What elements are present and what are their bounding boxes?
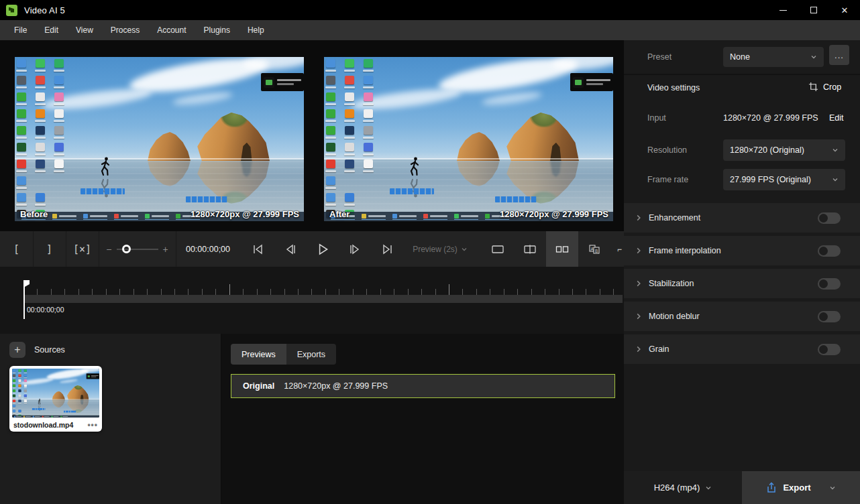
ruler-tick <box>366 289 367 295</box>
toggle-motion-deblur[interactable] <box>818 311 841 322</box>
trim-clear-button[interactable]: [×] <box>66 231 99 267</box>
minimize-button[interactable] <box>767 0 798 20</box>
menu-file[interactable]: File <box>5 20 36 40</box>
desktop-icon <box>17 176 26 185</box>
desktop-icon <box>24 399 27 402</box>
desktop-icon <box>364 59 373 68</box>
section-label: Grain <box>649 344 669 354</box>
trim-in-button[interactable]: [ <box>0 231 33 267</box>
fullscreen-button-partial[interactable]: ⌐ <box>617 245 624 254</box>
skip-start-button[interactable] <box>242 231 274 267</box>
format-dropdown[interactable]: H264 (mp4) <box>624 471 742 504</box>
previews-panel: PreviewsExports Original 1280×720px @ 27… <box>221 334 624 504</box>
ruler-tick <box>188 289 189 295</box>
rock-large <box>505 113 579 161</box>
toggle-enhancement[interactable] <box>818 212 841 224</box>
menu-plugins[interactable]: Plugins <box>195 20 239 40</box>
notification-popup <box>87 373 99 379</box>
ruler-tick <box>298 289 299 295</box>
preset-dropdown[interactable]: None <box>723 47 824 67</box>
desktop-icon <box>54 143 64 151</box>
frame-rate-dropdown[interactable]: 27.999 FPS (Original) <box>723 169 845 190</box>
desktop-icon <box>345 59 354 68</box>
input-label: Input <box>647 113 666 123</box>
source-card[interactable]: stodownload.mp4 ••• <box>9 366 102 432</box>
view-split-button[interactable] <box>514 231 546 267</box>
section-enhancement[interactable]: Enhancement <box>624 203 860 233</box>
resolution-dropdown[interactable]: 1280×720 (Original) <box>723 139 845 161</box>
ruler-tick <box>257 289 258 295</box>
tab-exports[interactable]: Exports <box>286 344 336 365</box>
timeline-ruler <box>23 286 624 295</box>
toggle-frame-interpolation[interactable] <box>818 245 841 257</box>
trim-out-button[interactable]: ] <box>33 231 66 267</box>
zoom-slider[interactable] <box>117 249 158 250</box>
video-frame <box>15 57 304 221</box>
zoom-in-icon[interactable]: + <box>163 244 168 255</box>
before-label: Before <box>20 209 48 219</box>
add-source-button[interactable]: + <box>9 342 25 358</box>
export-button[interactable]: Export <box>742 471 860 504</box>
input-value: 1280×720 @ 27.999 FPS <box>723 113 818 123</box>
window-title: Video AI 5 <box>24 5 65 15</box>
menu-help[interactable]: Help <box>239 20 273 40</box>
section-grain[interactable]: Grain <box>624 334 860 364</box>
skip-end-button[interactable] <box>371 231 403 267</box>
timeline-track[interactable] <box>23 295 623 303</box>
desktop-icon <box>24 389 27 392</box>
desktop-icon <box>13 385 15 387</box>
ruler-tick <box>311 289 312 295</box>
resolution-label: Resolution <box>647 145 687 155</box>
zoom-slider-knob[interactable] <box>122 245 131 253</box>
source-menu-button[interactable]: ••• <box>87 420 98 430</box>
desktop-icon <box>13 399 15 402</box>
settings-panel: Preset None ... Video settings Crop Inpu… <box>624 40 860 504</box>
edit-input-button[interactable]: Edit <box>829 113 844 123</box>
menu-edit[interactable]: Edit <box>36 20 67 40</box>
video-preview-before[interactable]: Before 1280×720px @ 27.999 FPS <box>15 57 304 221</box>
desktop-icon <box>24 374 27 377</box>
preset-menu-button[interactable]: ... <box>829 45 849 65</box>
step-back-button[interactable] <box>274 231 307 267</box>
zoom-out-icon[interactable]: − <box>106 244 111 255</box>
export-bar: H264 (mp4) Export <box>624 471 860 504</box>
section-label: Frame interpolation <box>649 246 721 255</box>
desktop-icon <box>18 374 21 377</box>
play-button[interactable] <box>307 231 339 267</box>
section-motion-deblur[interactable]: Motion deblur <box>624 302 860 331</box>
tab-previews[interactable]: Previews <box>231 344 286 365</box>
ruler-tick <box>435 289 436 295</box>
view-side-by-side-button[interactable] <box>546 231 578 267</box>
preview-duration-dropdown[interactable]: Preview (2s) <box>403 231 477 267</box>
desktop-icon <box>13 405 15 407</box>
close-button[interactable]: ✕ <box>829 0 860 20</box>
ruler-tick <box>325 289 326 295</box>
maximize-button[interactable] <box>798 0 829 20</box>
ruler-tick <box>421 289 422 295</box>
desktop-icon <box>17 193 26 202</box>
source-thumbnail[interactable] <box>12 369 99 418</box>
ruler-tick <box>339 289 339 295</box>
desktop-icon <box>345 126 354 135</box>
menu-process[interactable]: Process <box>102 20 148 40</box>
app-logo-icon <box>6 5 17 16</box>
preview-row-original[interactable]: Original 1280×720px @ 27.999 FPS <box>231 374 615 398</box>
menu-view[interactable]: View <box>67 20 102 40</box>
toggle-stabilization[interactable] <box>818 278 841 290</box>
desktop-icon <box>326 92 335 101</box>
rock-large <box>66 385 89 400</box>
view-single-button[interactable] <box>482 231 514 267</box>
crop-button[interactable]: Crop <box>808 82 841 92</box>
desktop-icon <box>17 160 26 168</box>
step-forward-button[interactable] <box>339 231 371 267</box>
subtitle-text <box>64 411 76 413</box>
section-frame-interpolation[interactable]: Frame interpolation <box>624 236 860 265</box>
menu-account[interactable]: Account <box>148 20 195 40</box>
section-stabilization[interactable]: Stabilization <box>624 269 860 298</box>
ruler-tick <box>119 289 120 295</box>
view-ab-compare-button[interactable]: A B <box>578 231 610 267</box>
video-settings-title: Video settings <box>647 83 700 92</box>
toggle-grain[interactable] <box>818 344 841 355</box>
video-preview-after[interactable]: After 1280×720px @ 27.999 FPS <box>324 57 613 221</box>
timeline[interactable]: 00:00:00;00 <box>0 267 624 334</box>
